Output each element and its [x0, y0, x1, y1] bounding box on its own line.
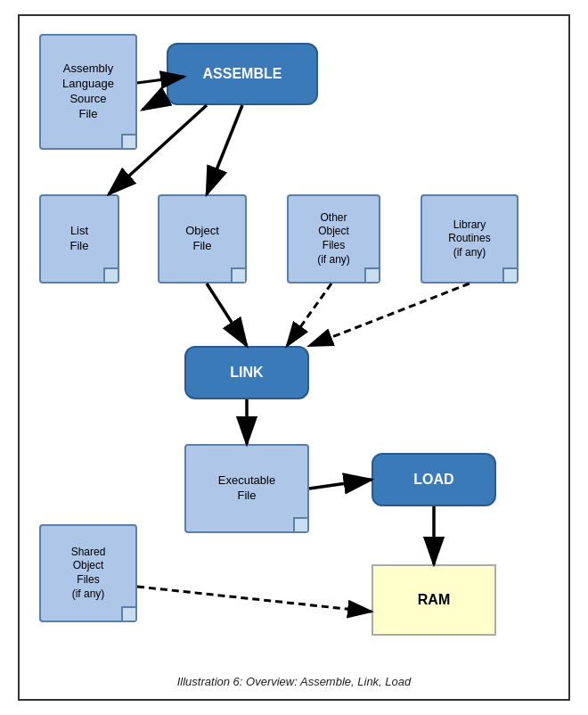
- load-label: LOAD: [413, 472, 453, 488]
- assemble-node: ASSEMBLE: [167, 43, 318, 105]
- link-label: LINK: [230, 365, 263, 381]
- object-file-node: Object File: [158, 194, 247, 284]
- shared-object-files-node: Shared Object Files (if any): [39, 524, 137, 622]
- ram-node: RAM: [372, 564, 496, 636]
- list-file-label: List File: [70, 224, 89, 254]
- link-node: LINK: [184, 346, 309, 399]
- object-file-label: Object File: [185, 224, 219, 254]
- svg-line-7: [287, 284, 331, 346]
- source-file-label: Assembly Language Source File: [62, 62, 114, 122]
- executable-file-label: Executable File: [218, 473, 275, 504]
- executable-file-node: Executable File: [184, 444, 309, 533]
- diagram-container: Assembly Language Source File ASSEMBLE L…: [18, 14, 570, 701]
- diagram-caption: Illustration 6: Overview: Assemble, Link…: [20, 675, 568, 688]
- shared-object-files-label: Shared Object Files (if any): [71, 546, 106, 601]
- other-object-files-label: Other Object Files (if any): [317, 211, 350, 267]
- ram-label: RAM: [418, 592, 450, 608]
- other-object-files-node: Other Object Files (if any): [287, 194, 380, 284]
- source-file-node: Assembly Language Source File: [39, 34, 137, 150]
- list-file-node: List File: [39, 194, 119, 284]
- library-routines-label: Library Routines (if any): [448, 218, 490, 260]
- library-routines-node: Library Routines (if any): [421, 194, 519, 284]
- svg-line-5: [207, 105, 242, 194]
- svg-line-8: [309, 284, 470, 346]
- svg-line-10: [309, 480, 372, 489]
- svg-line-12: [137, 587, 372, 612]
- assemble-label: ASSEMBLE: [203, 66, 282, 82]
- svg-line-3: [143, 96, 167, 110]
- load-node: LOAD: [372, 453, 496, 506]
- svg-line-6: [207, 284, 247, 346]
